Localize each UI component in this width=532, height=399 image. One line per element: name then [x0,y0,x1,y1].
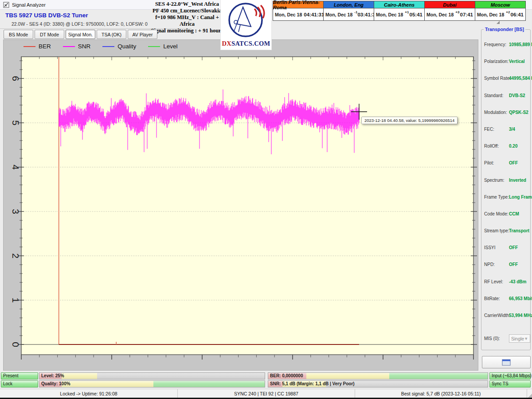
clock-date: Mon, Dec 18 [325,12,352,17]
tab[interactable]: AV Player [128,30,157,39]
transponder-row-label: Spectrum: [484,178,509,183]
signal-analyzer-window: □ ✕ Signal Analyzer TBS 5927 USB DVB-S2 … [0,0,532,399]
tab[interactable]: TSA (OK) [97,30,126,39]
transponder-panel-title: Transponder [BS] [484,27,525,32]
legend-label: Level [163,43,177,50]
transponder-row-label: Pilot: [484,160,509,165]
transponder-row-label: FEC: [484,127,509,132]
session-line-satellite: SES 4-22.0°W_West Africa [150,1,224,8]
transponder-row-value: 10985,889 MHz [509,42,532,47]
clock-utc-offset: -1 [354,10,357,14]
clock-time: 04:41:31 [304,12,324,17]
transponder-row-label: Frame Type: [484,195,509,200]
logo-text-dx: DX [222,40,232,47]
transponder-row: Frequency: 10985,889 MHz [484,42,529,47]
ber-bar: BER: 0,0000000 [268,372,488,379]
legend-line-swatch [102,46,114,47]
tab[interactable]: DT Mode [35,30,64,39]
transponder-row-value: 44995,584 KS/s [509,76,532,81]
satellite-dish-icon [221,0,271,39]
clock-utc-offset: +2 [506,10,510,14]
transponder-row-label: RollOff: [484,144,509,149]
clock-time: 05:41 [410,12,422,17]
transponder-row: Symbol Rate: 44995,584 KS/s [484,76,529,81]
transponder-row-value: Vertical [509,59,525,64]
transponder-panel: Transponder [BS] Frequency: 10985,889 MH… [481,29,531,350]
legend-item: BER [23,43,51,50]
transponder-row-label: CarrierWidth: [484,313,509,318]
clock-utc-offset: +3 [455,10,459,14]
input-bitrate-button[interactable]: Input (~63,84 Mbps) [489,372,531,379]
chart-legend: BER SNR Quality Level [23,43,178,50]
transponder-row: Pilot: OFF [484,160,529,165]
legend-line-swatch [63,46,75,47]
signal-monitor-chart[interactable]: 0123456 [4,40,478,370]
transponder-row-value: DVB-S2 [509,93,525,98]
clock-date: Mon, Dec 18 [477,12,504,17]
logo-text-satcs: SATCS.COM [231,40,270,47]
transponder-row-value: 53,994 MHz [509,313,532,318]
dxsatcs-logo: DXSATCS.COM [221,0,271,50]
legend-label: SNR [78,43,91,50]
transponder-row-value: -43 dBm [509,279,526,284]
transponder-row-value: Inverted [509,178,526,183]
clock-date: Mon, Dec 18 [275,12,302,17]
legend-item: Level [148,43,177,50]
transponder-row-value: OFF [509,160,518,165]
transponder-row-label: Polarization: [484,59,509,64]
transponder-row-label: BitRate: [484,296,509,301]
tuner-config: 22.0W - SES 4 (ID: 3380) @ LOF1: 9750000… [12,21,148,27]
transponder-row: ISSYI OFF [484,245,529,250]
tab[interactable]: Signal Mon. [66,30,95,39]
level-bar-label: Level: 25% [41,373,64,378]
mis-label: MIS (0): [484,336,509,341]
transponder-row: FEC: 3/4 [484,127,529,132]
world-clock: Moscow Mon, Dec 18 +2 06:41 [475,1,526,21]
svg-text:4: 4 [11,164,21,170]
transponder-row-label: NPD: [484,262,509,267]
world-clock: Berlin-Paris-Vienna-Roma Mon, Dec 18 04:… [273,1,324,21]
transponder-row: Modulation: QPSK-S2 [484,110,529,115]
quality-bar-label: Quality: 100% [41,381,70,386]
transponder-row-value: CCM [509,211,519,216]
transponder-row: RollOff: 0.20 [484,144,529,149]
clock-date: Mon, Dec 18 [376,12,403,17]
snr-bar: SNR: 5,1 dB (Margin: 1,1 dB | Very Poor) [268,380,488,387]
transponder-row-value: OFF [509,245,518,250]
world-clocks: Berlin-Paris-Vienna-Roma Mon, Dec 18 04:… [273,1,526,21]
clock-city-label: London, Eng [324,1,374,8]
chevron-down-icon: ▼ [524,336,528,341]
transponder-row: Polarization: Vertical [484,59,529,64]
table-icon [502,359,511,366]
level-bar: Level: 25% [39,372,265,379]
present-indicator: Present [1,372,38,379]
signal-chart-panel: BER SNR Quality Level 0123456 2023-12-18… [4,40,478,370]
transponder-row: Standard: DVB-S2 [484,93,529,98]
transponder-row-value: OFF [509,262,518,267]
transponder-row-value: Long Frame [509,195,532,200]
clock-utc-offset: +1 [405,10,409,14]
svg-text:0: 0 [11,342,21,347]
session-line-monitoring: Signal monitoring : + 91 hours [150,27,224,34]
svg-text:6: 6 [11,76,21,81]
transponder-row-label: RF Level: [484,279,509,284]
window-title: Signal Analyzer [12,2,46,8]
transponder-row: CarrierWidth: 53,994 MHz [484,313,529,318]
transponder-row-label: Modulation: [484,110,509,115]
clock-time: 06:41 [511,12,524,17]
clock-city-label: Cairo-Athens [374,1,424,8]
ber-bar-label: BER: 0,0000000 [270,373,303,378]
clock-city-label: Dubai [425,1,475,8]
tab[interactable]: BS Mode [4,30,33,39]
resize-grip-icon[interactable] [527,389,532,398]
quality-bar: Quality: 100% [39,380,265,387]
transponder-row: Spectrum: Inverted [484,178,529,183]
sync-ts-button[interactable]: Sync TS [489,380,531,387]
logo-text: DXSATCS.COM [221,40,271,47]
mis-select[interactable]: Single ▼ [509,334,530,343]
clock-city-label: Moscow [475,1,525,8]
app-icon [3,2,9,8]
transponder-row-value: 66,953 Mbit/s [509,296,532,301]
svg-text:2: 2 [11,253,21,258]
export-button[interactable] [482,356,531,368]
